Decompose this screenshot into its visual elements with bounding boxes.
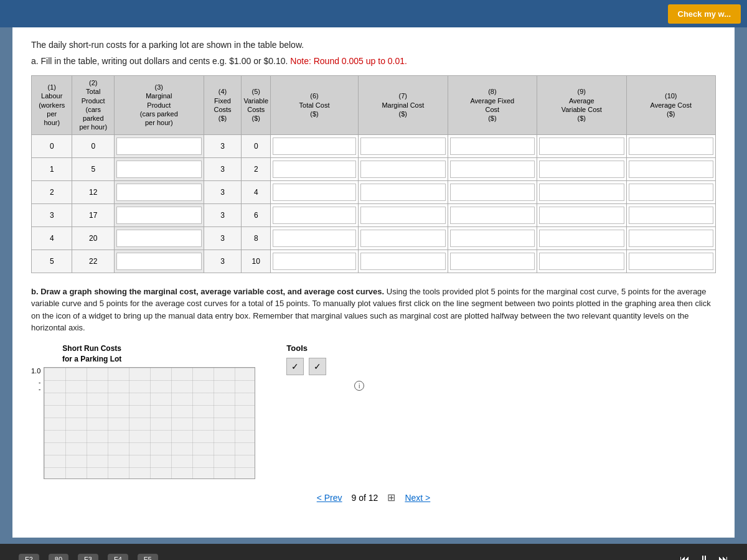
cell-avg-cost-1[interactable] (626, 157, 715, 180)
input-avg-fixed-0[interactable] (450, 138, 535, 155)
cell-avg-cost-4[interactable] (626, 226, 715, 250)
input-avg-variable-3[interactable] (539, 207, 624, 224)
cell-total-cost-4[interactable] (271, 226, 359, 250)
cell-total-cost-3[interactable] (271, 203, 359, 226)
cell-avg-fixed-5[interactable] (448, 250, 537, 273)
cell-marginal-cost-4[interactable] (359, 226, 448, 250)
cell-marginal-product-2[interactable] (114, 180, 204, 203)
cell-avg-variable-0[interactable] (537, 134, 626, 157)
tools-icons-container: ✓ ✓ (286, 358, 326, 375)
cell-avg-cost-3[interactable] (626, 203, 715, 226)
prev-button[interactable]: < Prev (317, 493, 342, 503)
cell-avg-fixed-0[interactable] (448, 134, 537, 157)
cell-marginal-cost-5[interactable] (359, 250, 448, 273)
cell-total-cost-2[interactable] (271, 180, 359, 203)
input-marginal-cost-0[interactable] (360, 138, 446, 155)
graph-plot[interactable] (44, 367, 255, 479)
cell-marginal-cost-1[interactable] (359, 157, 448, 180)
input-avg-cost-4[interactable] (629, 230, 713, 247)
cell-fixed-costs-1: 3 (204, 157, 242, 180)
input-total-cost-2[interactable] (273, 184, 356, 201)
cell-avg-variable-1[interactable] (537, 157, 626, 180)
cell-marginal-product-1[interactable] (114, 157, 204, 180)
input-avg-variable-4[interactable] (539, 230, 624, 247)
cell-marginal-product-0[interactable] (114, 134, 204, 157)
grid-icon[interactable]: ⊞ (387, 492, 395, 503)
check-my-work-button[interactable]: Check my w... (668, 4, 741, 24)
input-avg-fixed-2[interactable] (450, 184, 535, 201)
input-marginal-product-0[interactable] (116, 138, 202, 155)
input-avg-variable-0[interactable] (539, 138, 624, 155)
cell-marginal-cost-0[interactable] (359, 134, 448, 157)
kb-left: F2 80 F3 F4 F5 (19, 554, 158, 560)
input-avg-cost-5[interactable] (629, 253, 713, 270)
col-header-8: (8)Average FixedCost($) (448, 76, 537, 135)
input-marginal-cost-2[interactable] (360, 184, 446, 201)
input-total-cost-3[interactable] (273, 207, 356, 224)
col-header-7: (7)Marginal Cost($) (359, 76, 448, 135)
cell-avg-variable-3[interactable] (537, 203, 626, 226)
cell-fixed-costs-0: 3 (204, 134, 242, 157)
tool-checkmark-2[interactable]: ✓ (309, 358, 326, 375)
cell-avg-cost-0[interactable] (626, 134, 715, 157)
input-marginal-product-1[interactable] (116, 161, 202, 178)
cell-total-product-4: 20 (72, 226, 115, 250)
cell-avg-cost-2[interactable] (626, 180, 715, 203)
cell-total-cost-0[interactable] (271, 134, 359, 157)
col-header-1: (1)Labour(workers perhour) (32, 76, 72, 135)
cell-total-cost-5[interactable] (271, 250, 359, 273)
input-avg-cost-1[interactable] (629, 161, 713, 178)
col-header-5: (5)VariableCosts($) (242, 76, 271, 135)
input-avg-variable-2[interactable] (539, 184, 624, 201)
input-marginal-product-4[interactable] (116, 230, 202, 247)
y-axis-dash1: - (39, 379, 40, 386)
tools-area: Tools ✓ ✓ (286, 343, 326, 375)
cell-marginal-cost-2[interactable] (359, 180, 448, 203)
input-total-cost-5[interactable] (273, 253, 356, 270)
cell-total-cost-1[interactable] (271, 157, 359, 180)
cell-avg-variable-4[interactable] (537, 226, 626, 250)
cell-avg-cost-5[interactable] (626, 250, 715, 273)
cell-total-product-5: 22 (72, 250, 115, 273)
input-avg-fixed-4[interactable] (450, 230, 535, 247)
input-avg-cost-3[interactable] (629, 207, 713, 224)
top-bar: Check my w... (0, 0, 747, 27)
input-avg-variable-1[interactable] (539, 161, 624, 178)
input-total-cost-0[interactable] (273, 138, 356, 155)
cell-marginal-product-3[interactable] (114, 203, 204, 226)
cell-marginal-product-4[interactable] (114, 226, 204, 250)
next-button[interactable]: Next > (405, 493, 430, 503)
cell-fixed-costs-5: 3 (204, 250, 242, 273)
input-avg-fixed-3[interactable] (450, 207, 535, 224)
info-icon[interactable]: i (354, 381, 364, 391)
input-marginal-cost-4[interactable] (360, 230, 446, 247)
cell-avg-variable-5[interactable] (537, 250, 626, 273)
cell-avg-fixed-4[interactable] (448, 226, 537, 250)
input-avg-fixed-5[interactable] (450, 253, 535, 270)
input-avg-variable-5[interactable] (539, 253, 624, 270)
cell-avg-fixed-2[interactable] (448, 180, 537, 203)
cell-variable-costs-5: 10 (242, 250, 271, 273)
cell-labour-2: 2 (32, 180, 72, 203)
tool-checkmark-1[interactable]: ✓ (286, 358, 304, 375)
input-marginal-cost-5[interactable] (360, 253, 446, 270)
input-marginal-product-3[interactable] (116, 207, 202, 224)
input-marginal-cost-3[interactable] (360, 207, 446, 224)
input-avg-cost-0[interactable] (629, 138, 713, 155)
cell-variable-costs-4: 8 (242, 226, 271, 250)
col-header-9: (9)AverageVariable Cost($) (537, 76, 626, 135)
input-marginal-product-2[interactable] (116, 184, 202, 201)
cell-marginal-cost-3[interactable] (359, 203, 448, 226)
cell-avg-fixed-3[interactable] (448, 203, 537, 226)
cell-variable-costs-0: 0 (242, 134, 271, 157)
cell-avg-fixed-1[interactable] (448, 157, 537, 180)
input-total-cost-4[interactable] (273, 230, 356, 247)
input-total-cost-1[interactable] (273, 161, 356, 178)
input-avg-fixed-1[interactable] (450, 161, 535, 178)
cell-avg-variable-2[interactable] (537, 180, 626, 203)
cell-marginal-product-5[interactable] (114, 250, 204, 273)
table-header-row: (1)Labour(workers perhour) (2)Total Prod… (32, 76, 716, 135)
input-marginal-cost-1[interactable] (360, 161, 446, 178)
input-avg-cost-2[interactable] (629, 184, 713, 201)
input-marginal-product-5[interactable] (116, 253, 202, 270)
